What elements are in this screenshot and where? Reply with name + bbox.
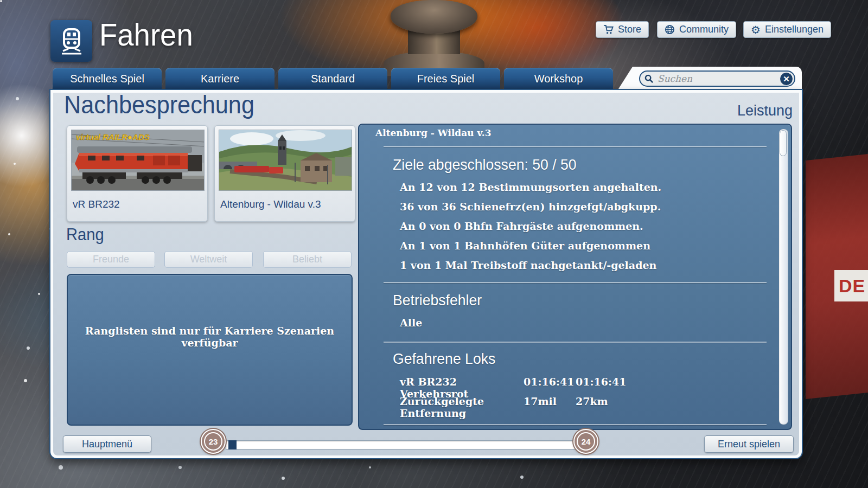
background-red-train <box>806 154 868 399</box>
results-panel: Altenburg - Wildau v.3 Ziele abgeschloss… <box>358 124 792 430</box>
goals-title: Ziele abgeschlossen: 50 / 50 <box>393 156 577 174</box>
route-thumbnail-image <box>219 130 352 191</box>
loco-thumbnail-card[interactable]: virtual RAILR●ADS vR BR232 <box>67 125 208 222</box>
search-input[interactable] <box>654 73 794 84</box>
rank-worldwide-button[interactable]: Weltweit <box>164 251 253 268</box>
goal-item: An 0 von 0 Bhfn Fahrgäste aufgenommen. <box>400 220 643 232</box>
community-label: Community <box>679 24 729 35</box>
route-thumbnail-label: Altenburg - Wildau v.3 <box>220 198 321 210</box>
rank-message: Ranglisten sind nur für Karriere Szenari… <box>68 325 352 349</box>
distance-label: Zurückgelegte Entfernung <box>400 395 524 419</box>
panel-frame: Nachbesprechung Leistung <box>50 90 802 458</box>
replay-button[interactable]: Erneut spielen <box>704 435 794 453</box>
community-button[interactable]: Community <box>657 21 736 38</box>
scenario-name: Altenburg - Wildau v.3 <box>375 127 491 138</box>
loks-title: Gefahrene Loks <box>393 350 495 368</box>
settings-button[interactable]: ⚙ Einstellungen <box>743 21 831 38</box>
snow-specks <box>0 0 2 2</box>
search-area: ✕ <box>617 67 802 91</box>
main-panel: Schnelles Spiel Karriere Standard Freies… <box>50 67 802 458</box>
route-thumbnail-card[interactable]: Altenburg - Wildau v.3 <box>214 125 355 222</box>
divider <box>384 146 767 147</box>
tab-karriere[interactable]: Karriere <box>165 68 275 90</box>
goal-item: An 1 von 1 Bahnhöfen Güter aufgenommen <box>400 240 650 252</box>
divider <box>384 342 767 343</box>
errors-value: Alle <box>400 317 422 329</box>
level-start-value: 23 <box>209 437 218 446</box>
distance-km: 27km <box>576 395 608 419</box>
background-db-logo: DE <box>834 270 868 301</box>
search-clear-button[interactable]: ✕ <box>780 72 793 86</box>
svg-text:virtual RAILR●ADS: virtual RAILR●ADS <box>76 132 150 142</box>
level-badge-end: 24 <box>573 429 598 454</box>
level-badge-start: 23 <box>201 429 226 454</box>
app-logo <box>50 20 92 62</box>
app-title: Fahren <box>99 16 193 53</box>
divider <box>384 424 767 425</box>
cart-icon <box>603 24 614 35</box>
gear-icon: ⚙ <box>751 24 761 35</box>
main-menu-button[interactable]: Hauptmenü <box>63 435 151 453</box>
score-slider-track[interactable] <box>226 440 588 450</box>
distance-miles: 17mil <box>524 395 576 419</box>
rank-title: Rang <box>66 225 104 245</box>
store-button[interactable]: Store <box>596 21 649 38</box>
search-icon <box>644 74 654 84</box>
panel-content: Nachbesprechung Leistung <box>53 93 799 455</box>
rank-popular-button[interactable]: Beliebt <box>263 251 352 268</box>
goal-item: An 12 von 12 Bestimmungsorten angehalten… <box>400 181 661 193</box>
goal-item: 36 von 36 Schienefrz(en) hinzgefgt/abgku… <box>400 201 661 213</box>
locomotive-funnel-art <box>377 0 491 68</box>
rank-panel: Ranglisten sind nur für Karriere Szenari… <box>67 274 353 426</box>
tab-freies-spiel[interactable]: Freies Spiel <box>391 68 500 90</box>
page-title: Nachbesprechung <box>64 89 254 119</box>
results-scrollbar-track[interactable] <box>779 129 788 425</box>
performance-label: Leistung <box>737 102 793 119</box>
tab-schnelles-spiel[interactable]: Schnelles Spiel <box>53 68 162 90</box>
store-label: Store <box>618 24 641 35</box>
loco-thumbnail-image: virtual RAILR●ADS <box>71 130 205 191</box>
score-slider-thumb[interactable] <box>228 440 237 450</box>
tab-standard[interactable]: Standard <box>278 68 387 90</box>
settings-label: Einstellungen <box>765 24 824 35</box>
tab-workshop[interactable]: Workshop <box>504 68 613 90</box>
divider <box>384 282 767 283</box>
tab-bar: Schnelles Spiel Karriere Standard Freies… <box>50 67 802 90</box>
level-end-value: 24 <box>582 437 591 446</box>
errors-title: Betriebsfehler <box>393 292 482 309</box>
globe-icon <box>665 24 675 35</box>
results-scrollbar-thumb[interactable] <box>780 130 787 156</box>
train-icon <box>58 27 86 55</box>
goal-item: 1 von 1 Mal Treibstoff nachgetankt/-gela… <box>400 259 656 271</box>
distance-row: Zurückgelegte Entfernung 17mil 27km <box>400 395 608 419</box>
loco-thumbnail-label: vR BR232 <box>73 198 120 210</box>
rank-friends-button[interactable]: Freunde <box>67 251 155 268</box>
